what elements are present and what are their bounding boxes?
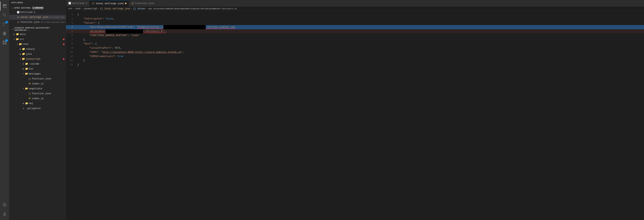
activity-bar-item-explorer[interactable]: [0, 2, 9, 11]
activity-bar-item-remote[interactable]: [0, 200, 9, 209]
folder-java[interactable]: ▶ 📁 java: [9, 52, 66, 57]
code-line-4: 4 "AzureSignalRConnectionString": "Endpo…: [66, 25, 644, 29]
open-editor-function-json[interactable]: {} function.json src\chat\javascript\me.…: [9, 20, 66, 25]
src-modified-dot: [63, 39, 64, 40]
tabs-bar: ⬜ Untitled-1 {} local.settings.json {} f…: [66, 0, 644, 7]
open-editors-section: ▾ OPEN EDITORS 1 UNSAVED ⬜ Untitled-1 {}…: [9, 5, 66, 26]
project-chevron: ▾: [12, 28, 14, 30]
svg-point-13: [4, 212, 5, 214]
code-line-2: 2 "IsEncrypted": false,: [66, 17, 644, 21]
editor-area: ⬜ Untitled-1 {} local.settings.json {} f…: [66, 0, 644, 220]
folder-obj[interactable]: ▶ 📁 obj: [9, 101, 66, 106]
sidebar-header: EXPLORER: [9, 0, 66, 5]
folder-docs[interactable]: ▶ 📁 docs: [9, 32, 66, 37]
activity-bar-bottom: [0, 200, 9, 220]
code-line-7: 7 },: [66, 38, 644, 42]
open-editors-chevron: ▾: [12, 7, 14, 9]
folder-negotiate[interactable]: ▾ 📂 negotiate: [9, 86, 66, 91]
file-messages-function-json[interactable]: {} function.json: [9, 76, 66, 81]
activity-bar-item-account[interactable]: [0, 209, 9, 218]
project-section: ▾ SIGNALR-SERVICE-QUICKSTART-SERVERLES..…: [9, 26, 66, 112]
code-line-10: 10 "CORS": "http://localhost:8080,https:…: [66, 50, 644, 54]
code-editor[interactable]: 1 { 2 "IsEncrypted": false, 3 "Values": …: [66, 11, 644, 220]
activity-bar-item-extensions[interactable]: 1: [0, 38, 9, 47]
gitignore-icon: ◈: [22, 106, 25, 111]
svg-rect-1: [4, 6, 4, 6]
code-line-13: 13 }: [66, 63, 644, 67]
folder-vscode-icon: 📁: [25, 62, 28, 66]
code-line-8: 8 "Host": {: [66, 42, 644, 46]
json-icon-messages: {}: [28, 77, 31, 81]
chat-modified-dot: [63, 44, 64, 45]
csharp-chevron: ▶: [19, 47, 22, 51]
git-badge: 1: [5, 21, 8, 24]
open-editor-local-settings[interactable]: {} local.settings.json src\chat\jav... 4: [9, 15, 66, 20]
folder-src[interactable]: ▾ 📂 src: [9, 37, 66, 42]
folder-messages[interactable]: ▾ 📂 messages: [9, 71, 66, 76]
activity-bar: 1 1: [0, 0, 9, 220]
folder-chat[interactable]: ▾ 📂 chat: [9, 42, 66, 47]
folder-java-icon: 📁: [22, 52, 25, 56]
tab-function-icon: {}: [131, 2, 134, 5]
file-messages-index-js[interactable]: JS index.js: [9, 81, 66, 86]
java-chevron: ▶: [19, 52, 22, 56]
folder-csharp[interactable]: ▶ 📁 csharp: [9, 47, 66, 52]
json-icon-negotiate: {}: [28, 92, 31, 96]
extensions-badge: 1: [5, 39, 8, 42]
open-editor-untitled[interactable]: ⬜ Untitled-1: [9, 10, 66, 15]
file-negotiate-index-js[interactable]: JS index.js: [9, 96, 66, 101]
code-line-3: 3 "Values": {: [66, 21, 644, 25]
activity-bar-item-search[interactable]: [0, 11, 9, 20]
folder-docs-icon: 📁: [16, 32, 19, 37]
file-negotiate-function-json[interactable]: {} function.json: [9, 91, 66, 96]
bin-chevron: ▶: [22, 67, 25, 71]
negotiate-chevron: ▾: [22, 87, 25, 91]
folder-messages-icon: 📂: [25, 72, 28, 76]
activity-bar-item-debug[interactable]: [0, 29, 9, 38]
folder-vscode[interactable]: ▶ 📁 .vscode: [9, 62, 66, 67]
svg-rect-8: [3, 41, 4, 42]
svg-rect-0: [4, 5, 5, 5]
svg-line-3: [5, 16, 6, 17]
folder-javascript[interactable]: ▾ 📂 javascript: [9, 57, 66, 62]
json-file-icon-function: {}: [17, 20, 20, 24]
folder-bin[interactable]: ▶ 📁 bin: [9, 67, 66, 71]
open-editors-header[interactable]: ▾ OPEN EDITORS 1 UNSAVED: [9, 6, 66, 10]
tab-local-settings-modified: [125, 3, 126, 4]
folder-chat-icon: 📂: [19, 42, 22, 46]
vscode-chevron: ▶: [22, 62, 25, 66]
tab-local-settings[interactable]: {} local.settings.json: [90, 0, 129, 7]
code-line-12: 12 }: [66, 59, 644, 63]
src-chevron: ▾: [13, 37, 16, 41]
json-file-icon-local: {}: [17, 15, 20, 19]
tab-untitled-icon: ⬜: [68, 2, 71, 5]
messages-chevron: ▾: [22, 72, 25, 76]
docs-chevron: ▶: [13, 32, 16, 37]
folder-bin-icon: 📁: [25, 67, 28, 71]
code-line-5: 5 ;AccessKey= =;Version=1.0;",: [66, 29, 644, 34]
svg-point-2: [3, 14, 5, 16]
svg-point-6: [3, 25, 4, 26]
folder-src-icon: 📂: [16, 37, 19, 41]
activity-bar-item-git[interactable]: 1: [0, 20, 9, 29]
js-icon-messages: JS: [28, 82, 31, 86]
javascript-modified-dot: [63, 58, 64, 60]
svg-point-4: [3, 23, 4, 24]
untitled-file-icon: ⬜: [17, 10, 20, 15]
tab-local-settings-icon: {}: [92, 2, 94, 5]
chat-chevron: ▾: [16, 42, 19, 46]
code-line-11: 11 "CORSCredentials": true: [66, 54, 644, 59]
project-header[interactable]: ▾ SIGNALR-SERVICE-QUICKSTART-SERVERLES..…: [9, 26, 66, 32]
code-line-9: 9 "LocalHttpPort": 7071,: [66, 46, 644, 50]
svg-rect-11: [5, 43, 6, 45]
unsaved-badge: 1 UNSAVED: [32, 7, 44, 9]
tab-function-json[interactable]: {} function.json: [129, 0, 157, 7]
code-line-1: 1 {: [66, 13, 644, 17]
sidebar: EXPLORER ▾ OPEN EDITORS 1 UNSAVED ⬜ Unti…: [9, 0, 66, 220]
js-icon-negotiate: JS: [28, 97, 31, 101]
code-line-6: 6 "FUNCTIONS_WORKER_RUNTIME": "node": [66, 34, 644, 38]
breadcrumb: src › chat › javascript › {} local.setti…: [66, 7, 644, 11]
file-gitignore[interactable]: ◈ .gitignore: [9, 106, 66, 111]
tab-untitled[interactable]: ⬜ Untitled-1: [66, 0, 90, 7]
javascript-chevron: ▾: [19, 57, 22, 61]
